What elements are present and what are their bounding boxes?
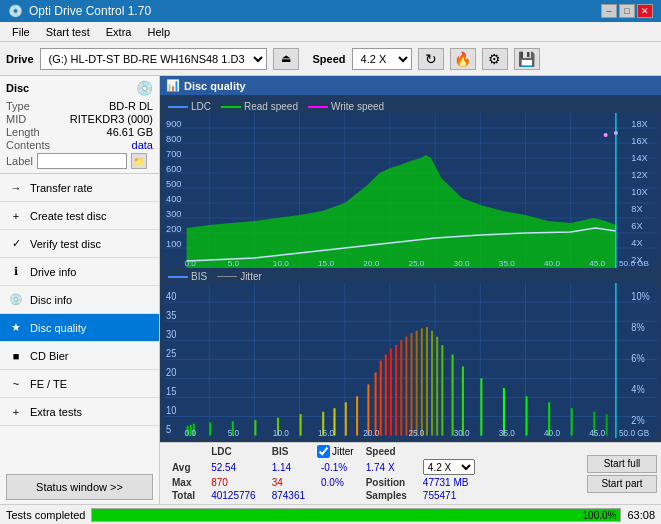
svg-rect-98 <box>380 361 382 436</box>
drive-select[interactable]: (G:) HL-DT-ST BD-RE WH16NS48 1.D3 <box>40 48 267 70</box>
svg-text:12X: 12X <box>631 170 647 180</box>
svg-rect-104 <box>411 333 413 436</box>
disc-eject-icon[interactable]: 💿 <box>136 80 153 96</box>
max-bis: 34 <box>264 476 313 489</box>
svg-text:4%: 4% <box>631 383 644 395</box>
start-full-button[interactable]: Start full <box>587 455 657 473</box>
disc-label-row: Label 📁 <box>6 153 153 169</box>
menu-starttest[interactable]: Start test <box>38 24 98 40</box>
save-button[interactable]: 💾 <box>514 48 540 70</box>
nav-fe-te-label: FE / TE <box>30 378 67 390</box>
svg-text:14X: 14X <box>631 153 647 163</box>
svg-text:6%: 6% <box>631 352 644 364</box>
nav-disc-quality-label: Disc quality <box>30 322 86 334</box>
status-time: 63:08 <box>627 509 655 521</box>
speed-select[interactable]: 4.2 X <box>352 48 412 70</box>
menu-extra[interactable]: Extra <box>98 24 140 40</box>
max-ldc: 870 <box>203 476 264 489</box>
contents-label: Contents <box>6 139 50 151</box>
avg-label: Avg <box>164 458 203 476</box>
start-part-button[interactable]: Start part <box>587 475 657 493</box>
svg-text:25: 25 <box>166 347 177 359</box>
chart2-svg: 40 35 30 25 20 15 10 5 10% 8% 6% 4% 2% <box>164 283 657 438</box>
titlebar-title: 💿 Opti Drive Control 1.70 <box>8 4 151 18</box>
svg-text:8X: 8X <box>631 204 642 214</box>
stats-table: LDC BIS Jitter Speed <box>164 445 579 502</box>
verify-test-disc-icon: ✓ <box>8 236 24 252</box>
nav-disc-info[interactable]: 💿 Disc info <box>0 286 159 314</box>
maximize-button[interactable]: □ <box>619 4 635 18</box>
type-value: BD-R DL <box>109 100 153 112</box>
fe-te-icon: ~ <box>8 376 24 392</box>
jitter-checkbox-row: Jitter <box>317 445 354 458</box>
menubar: File Start test Extra Help <box>0 22 661 42</box>
menu-help[interactable]: Help <box>139 24 178 40</box>
svg-text:30.0: 30.0 <box>454 259 470 268</box>
svg-text:30.0: 30.0 <box>454 427 470 438</box>
svg-rect-115 <box>526 396 528 435</box>
nav-transfer-rate[interactable]: → Transfer rate <box>0 174 159 202</box>
nav-create-test-disc[interactable]: + Create test disc <box>0 202 159 230</box>
svg-text:20: 20 <box>166 366 177 378</box>
ldc-header: LDC <box>203 445 264 458</box>
svg-rect-89 <box>254 420 256 436</box>
svg-text:100: 100 <box>166 239 181 249</box>
svg-rect-99 <box>385 355 387 436</box>
start-buttons: Start full Start part <box>587 455 657 493</box>
svg-rect-91 <box>300 414 302 435</box>
svg-text:500: 500 <box>166 179 181 189</box>
settings-button[interactable]: ⚙ <box>482 48 508 70</box>
speed-select-stats[interactable]: 4.2 X <box>423 459 475 475</box>
svg-text:10: 10 <box>166 405 177 417</box>
chart1-svg: 900 800 700 600 500 400 300 200 100 18X … <box>164 113 657 268</box>
svg-point-40 <box>604 133 608 137</box>
label-folder-btn[interactable]: 📁 <box>131 153 147 169</box>
chart2-legend: BIS Jitter <box>164 270 657 283</box>
nav-disc-quality[interactable]: ★ Disc quality <box>0 314 159 342</box>
svg-text:600: 600 <box>166 164 181 174</box>
close-button[interactable]: ✕ <box>637 4 653 18</box>
jitter-checkbox[interactable] <box>317 445 330 458</box>
chart1-legend: LDC Read speed Write speed <box>164 100 657 113</box>
nav-verify-test-disc[interactable]: ✓ Verify test disc <box>0 230 159 258</box>
nav-disc-info-label: Disc info <box>30 294 72 306</box>
label-input[interactable] <box>37 153 127 169</box>
disc-header: Disc 💿 <box>6 80 153 96</box>
length-label: Length <box>6 126 40 138</box>
svg-text:20.0: 20.0 <box>363 259 379 268</box>
create-test-disc-icon: + <box>8 208 24 224</box>
mid-label: MID <box>6 113 26 125</box>
menu-file[interactable]: File <box>4 24 38 40</box>
jitter-legend: Jitter <box>217 271 262 282</box>
nav-cd-bier[interactable]: ■ CD Bier <box>0 342 159 370</box>
disc-info-icon: 💿 <box>8 292 24 308</box>
svg-rect-87 <box>209 423 211 436</box>
extra-tests-icon: + <box>8 404 24 420</box>
nav-extra-tests[interactable]: + Extra tests <box>0 398 159 426</box>
read-speed-legend: Read speed <box>221 101 298 112</box>
total-ldc: 40125776 <box>203 489 264 502</box>
status-window-button[interactable]: Status window >> <box>6 474 153 500</box>
chart-title: Disc quality <box>184 80 246 92</box>
eject-button[interactable]: ⏏ <box>273 48 299 70</box>
position-value: 47731 MB <box>415 476 483 489</box>
ldc-label: LDC <box>191 101 211 112</box>
write-speed-label: Write speed <box>331 101 384 112</box>
app-icon: 💿 <box>8 4 23 18</box>
svg-text:2%: 2% <box>631 414 644 426</box>
burn-button[interactable]: 🔥 <box>450 48 476 70</box>
svg-text:15: 15 <box>166 385 177 397</box>
svg-text:40: 40 <box>166 290 177 302</box>
drivebar: Drive (G:) HL-DT-ST BD-RE WH16NS48 1.D3 … <box>0 42 661 76</box>
svg-text:35.0: 35.0 <box>499 427 515 438</box>
nav-fe-te[interactable]: ~ FE / TE <box>0 370 159 398</box>
disc-section: Disc 💿 Type BD-R DL MID RITEKDR3 (000) L… <box>0 76 159 174</box>
mid-value: RITEKDR3 (000) <box>70 113 153 125</box>
svg-text:25.0: 25.0 <box>408 259 424 268</box>
nav-drive-info[interactable]: ℹ Drive info <box>0 258 159 286</box>
minimize-button[interactable]: – <box>601 4 617 18</box>
drive-label: Drive <box>6 53 34 65</box>
svg-text:10%: 10% <box>631 290 650 302</box>
refresh-button[interactable]: ↻ <box>418 48 444 70</box>
charts-area: LDC Read speed Write speed <box>160 96 661 442</box>
